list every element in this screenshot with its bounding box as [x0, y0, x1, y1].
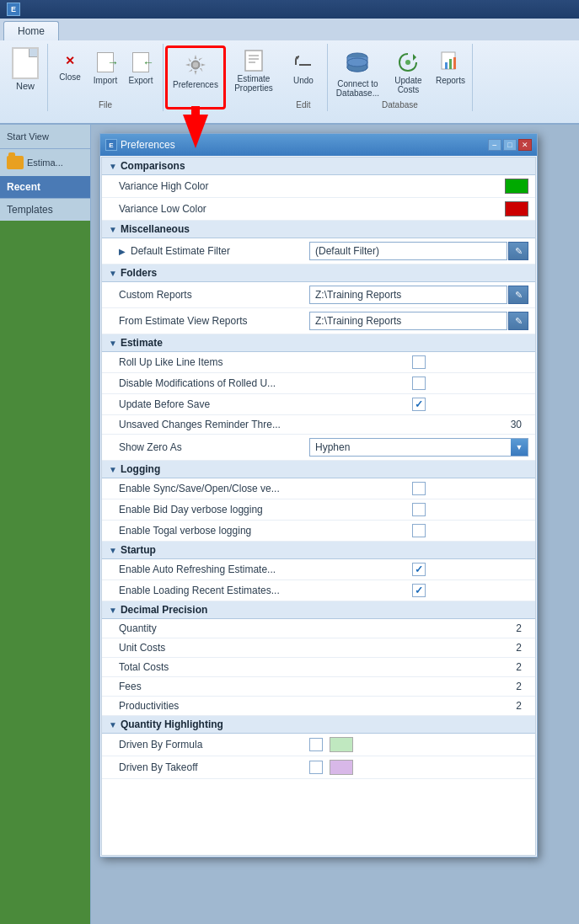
preferences-button[interactable]: Preferences: [165, 45, 226, 109]
close-button[interactable]: ✕ Close: [53, 47, 87, 83]
enable-loading-checkbox[interactable]: ✓: [412, 584, 426, 597]
edit-group-label: Edit: [285, 100, 322, 111]
enable-bid-checkbox[interactable]: [412, 503, 426, 516]
logging-header: ▼ Logging: [102, 461, 535, 478]
sidebar-start-view[interactable]: Start View: [0, 125, 90, 148]
folders-collapse[interactable]: ▼: [109, 269, 117, 278]
enable-sync-label: Enable Sync/Save/Open/Close ve...: [119, 483, 309, 494]
driven-by-formula-checkbox[interactable]: [309, 738, 323, 751]
unsaved-changes-label: Unsaved Changes Reminder Thre...: [119, 419, 309, 430]
startup-collapse[interactable]: ▼: [109, 546, 117, 555]
variance-low-color[interactable]: [505, 201, 528, 216]
enable-auto-checkbox[interactable]: ✓: [412, 563, 426, 576]
filter-expand[interactable]: ▶: [119, 247, 126, 256]
disable-mods-row: Disable Modifications of Rolled U...: [102, 373, 535, 394]
enable-togal-label: Enable Togal verbose logging: [119, 525, 309, 537]
estimate-properties-button[interactable]: Estimate Properties: [228, 44, 280, 111]
tab-home[interactable]: Home: [3, 21, 59, 40]
driven-by-formula-row: Driven By Formula: [102, 734, 535, 756]
new-button[interactable]: New: [3, 44, 48, 111]
roll-up-row: Roll Up Like Line Items: [102, 352, 535, 373]
enable-sync-row: Enable Sync/Save/Open/Close ve...: [102, 478, 535, 499]
quantity-value: 2: [516, 622, 522, 634]
from-estimate-row: From Estimate View Reports ✎: [102, 308, 535, 334]
show-zero-dropdown[interactable]: Hyphen ▼: [309, 438, 528, 457]
enable-togal-row: Enable Togal verbose logging: [102, 521, 535, 542]
sidebar-estima[interactable]: Estima...: [0, 149, 90, 176]
unsaved-changes-value: 30: [511, 419, 522, 430]
estimate-collapse[interactable]: ▼: [109, 339, 117, 348]
from-estimate-edit-btn[interactable]: ✎: [508, 312, 528, 330]
logging-collapse[interactable]: ▼: [109, 465, 117, 474]
decimal-label: Decimal Precision: [121, 604, 207, 616]
update-costs-button[interactable]: Update Costs: [386, 47, 431, 96]
dropdown-chevron: ▼: [516, 443, 523, 451]
disable-mods-label: Disable Modifications of Rolled U...: [119, 377, 309, 389]
reports-label: Reports: [436, 76, 465, 85]
edit-icon-2: ✎: [515, 290, 523, 301]
dialog-content[interactable]: ▼ Comparisons Variance High Color Varian…: [101, 157, 536, 856]
show-zero-value: Hyphen: [310, 440, 511, 455]
start-view-label: Start View: [7, 131, 49, 142]
sidebar-templates[interactable]: Templates: [0, 199, 90, 221]
qty-highlight-label: Quantity Highlighting: [121, 718, 223, 730]
sidebar-recent[interactable]: Recent: [0, 176, 90, 198]
disable-mods-checkbox[interactable]: [412, 377, 426, 390]
unit-costs-label: Unit Costs: [119, 642, 309, 654]
productivities-value: 2: [516, 700, 522, 712]
custom-reports-edit-btn[interactable]: ✎: [508, 286, 528, 304]
show-zero-label: Show Zero As: [119, 441, 309, 453]
total-costs-value: 2: [516, 661, 522, 673]
custom-reports-input[interactable]: [309, 286, 507, 304]
driven-by-takeoff-row: Driven By Takeoff: [102, 756, 535, 779]
undo-button[interactable]: Undo: [285, 47, 322, 87]
enable-sync-checkbox[interactable]: [412, 482, 426, 495]
show-zero-arrow: ▼: [511, 439, 528, 456]
variance-high-label: Variance High Color: [119, 180, 505, 192]
tab-bar: Home: [0, 19, 579, 40]
quantity-highlight-header: ▼ Quantity Highlighting: [102, 716, 535, 734]
roll-up-checkbox[interactable]: [412, 355, 426, 369]
default-filter-edit-btn[interactable]: ✎: [508, 242, 528, 260]
svg-rect-11: [442, 52, 455, 69]
dialog-controls: − □ ✕: [488, 139, 532, 151]
connect-db-button[interactable]: Connect to Database...: [331, 47, 384, 99]
reports-button[interactable]: Reports: [432, 47, 469, 87]
estimate-properties-label: Estimate Properties: [233, 74, 275, 93]
update-before-save-row: Update Before Save ✓: [102, 394, 535, 415]
enable-togal-checkbox[interactable]: [412, 524, 426, 537]
ribbon: New ✕ Close → Import: [0, 40, 579, 125]
update-before-save-label: Update Before Save: [119, 398, 309, 410]
close-icon: ✕: [58, 49, 82, 72]
dialog-app-icon: E: [105, 139, 117, 151]
edit-icon-3: ✎: [515, 316, 523, 327]
variance-high-color[interactable]: [505, 179, 528, 194]
driven-by-takeoff-checkbox[interactable]: [309, 761, 323, 774]
default-filter-row: ▶ Default Estimate Filter ✎: [102, 238, 535, 264]
custom-reports-row: Custom Reports ✎: [102, 282, 535, 308]
dialog-minimize[interactable]: −: [488, 139, 501, 151]
unit-costs-row: Unit Costs 2: [102, 638, 535, 658]
logging-label: Logging: [121, 463, 160, 475]
update-before-save-checkbox[interactable]: ✓: [412, 398, 426, 411]
total-costs-row: Total Costs 2: [102, 658, 535, 677]
checkmark-2: ✓: [415, 563, 423, 575]
from-estimate-input[interactable]: [309, 312, 507, 330]
import-button[interactable]: → Import: [88, 47, 122, 87]
sidebar-bottom: [0, 221, 90, 924]
enable-bid-label: Enable Bid Day verbose logging: [119, 504, 309, 515]
export-button[interactable]: ← Export: [124, 47, 158, 87]
qty-highlight-collapse[interactable]: ▼: [109, 720, 117, 729]
misc-collapse[interactable]: ▼: [109, 225, 117, 234]
dialog-maximize[interactable]: □: [503, 139, 517, 151]
edit-icon: ✎: [515, 246, 523, 257]
comparisons-collapse[interactable]: ▼: [109, 162, 117, 171]
driven-by-takeoff-label: Driven By Takeoff: [119, 761, 309, 773]
decimal-collapse[interactable]: ▼: [109, 606, 117, 615]
main-area: Start View Estima... Recent Templates E …: [0, 125, 579, 924]
misc-header: ▼ Miscellaneous: [102, 221, 535, 238]
dialog-close[interactable]: ✕: [518, 139, 532, 151]
file-group-label: File: [53, 100, 158, 111]
enable-loading-row: Enable Loading Recent Estimates... ✓: [102, 580, 535, 601]
default-filter-input[interactable]: [309, 242, 507, 260]
